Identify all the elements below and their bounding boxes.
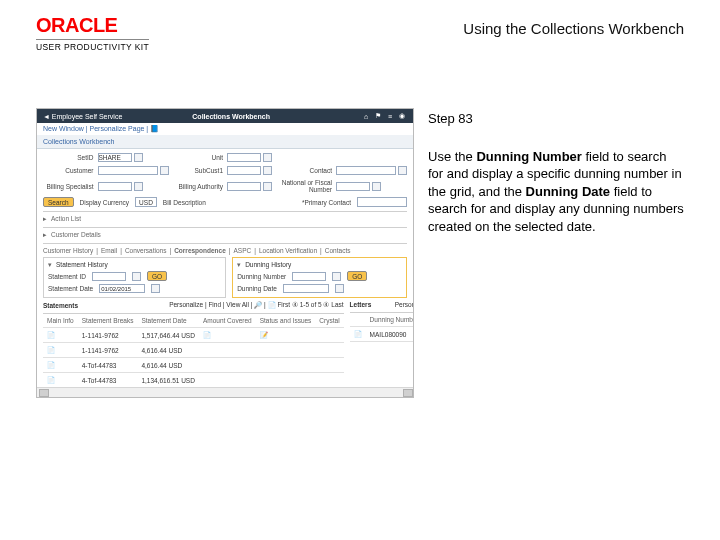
tab-customer-history[interactable]: Customer History bbox=[43, 247, 93, 254]
statements-table: Main Info Statement Breaks Statement Dat… bbox=[43, 313, 344, 398]
home-icon[interactable]: ⌂ bbox=[361, 113, 371, 120]
tab-row: Customer History| Email| Conversations| … bbox=[43, 243, 407, 254]
primary-contact-select[interactable] bbox=[357, 197, 407, 207]
table-row[interactable]: 📄1-1141-97624,616.44 USD bbox=[43, 343, 344, 358]
national-input[interactable] bbox=[336, 182, 370, 191]
lookup-icon[interactable] bbox=[134, 182, 143, 191]
filter-grid: SetID SHARE Unit Customer SubCust1 Conta… bbox=[43, 153, 407, 193]
section-customer-details[interactable]: ▸Customer Details bbox=[43, 227, 407, 239]
lbl-billingspec: Billing Specialist bbox=[43, 183, 94, 190]
nav-back[interactable]: ◄ Employee Self Service bbox=[43, 113, 122, 120]
billingauth-input[interactable] bbox=[227, 182, 261, 191]
scroll-right-icon[interactable] bbox=[403, 389, 413, 397]
table-header: Main Info Statement Breaks Statement Dat… bbox=[43, 314, 344, 328]
tab-correspondence[interactable]: Correspondence bbox=[174, 247, 226, 254]
lbl-dunning-date: Dunning Date bbox=[237, 285, 277, 292]
table-row[interactable]: 📄 MAIL080090 11 bbox=[350, 327, 414, 342]
statements-pager[interactable]: Personalize | Find | View All | 🔎 | 📄 Fi… bbox=[169, 301, 343, 309]
table-row[interactable]: 📄4-Tof-447834,616.44 USD bbox=[43, 358, 344, 373]
menu-icon[interactable]: ≡ bbox=[385, 113, 395, 120]
app-title: Collections Workbench bbox=[192, 113, 270, 120]
lbl-customer: Customer bbox=[43, 167, 94, 174]
lbl-contact: Contact bbox=[282, 167, 333, 174]
table-row[interactable]: 📄1-1141-97621,517,646.44 USD📄📝 bbox=[43, 328, 344, 343]
search-button[interactable]: Search bbox=[43, 197, 74, 207]
billingspec-input[interactable] bbox=[98, 182, 132, 191]
doc-icon[interactable]: 📄 bbox=[350, 327, 366, 342]
go-button[interactable]: GO bbox=[147, 271, 167, 281]
lookup-icon[interactable] bbox=[372, 182, 381, 191]
tab-location-verification[interactable]: Location Verification bbox=[259, 247, 317, 254]
expand-icon[interactable]: ▸ bbox=[43, 215, 47, 222]
brand-block: ORACLE USER PRODUCTIVITY KIT bbox=[36, 14, 149, 52]
letters-table: Dunning Number 📄 MAIL080090 11 bbox=[350, 312, 414, 342]
lbl-billingauth: Billing Authority bbox=[173, 183, 224, 190]
scroll-left-icon[interactable] bbox=[39, 389, 49, 397]
statement-history-box: ▾Statement History Statement ID GO State… bbox=[43, 257, 226, 298]
scrollbar-horizontal[interactable] bbox=[37, 387, 413, 397]
brand-title: ORACLE bbox=[36, 14, 149, 37]
letters-pager[interactable]: Personalize | F bbox=[395, 301, 414, 308]
lbl-setid: SetID bbox=[43, 154, 94, 161]
lookup-icon[interactable] bbox=[398, 166, 407, 175]
lookup-icon[interactable] bbox=[160, 166, 169, 175]
calendar-icon[interactable] bbox=[151, 284, 160, 293]
lookup-icon[interactable] bbox=[132, 272, 141, 281]
nav-icon[interactable]: ◉ bbox=[397, 112, 407, 120]
statement-date-input[interactable]: 01/02/2015 bbox=[99, 284, 145, 293]
table-row[interactable]: 📄4-Tof-447831,134,616.51 USD bbox=[43, 373, 344, 388]
lbl-bill-desc: Bill Description bbox=[163, 199, 206, 206]
lbl-statement-date: Statement Date bbox=[48, 285, 93, 292]
breadcrumb: Collections Workbench bbox=[37, 135, 413, 149]
lbl-national: National or Fiscal Number bbox=[282, 179, 333, 193]
step-label: Step 83 bbox=[428, 110, 684, 128]
dunning-history-box: ▾Dunning History Dunning Number GO Dunni… bbox=[232, 257, 407, 298]
section-action-list[interactable]: ▸Action List bbox=[43, 211, 407, 223]
lbl-display-currency: Display Currency bbox=[80, 199, 130, 206]
currency-select[interactable]: USD bbox=[135, 197, 157, 207]
flag-icon[interactable]: ⚑ bbox=[373, 112, 383, 120]
expand-icon[interactable]: ▸ bbox=[43, 231, 47, 238]
tab-conversations[interactable]: Conversations bbox=[125, 247, 167, 254]
instruction-text: Use the Dunning Number field to search f… bbox=[428, 148, 684, 236]
dunning-number-input[interactable] bbox=[292, 272, 326, 281]
new-window-bar[interactable]: New Window | Personalize Page | 📘 bbox=[37, 123, 413, 135]
go-button[interactable]: GO bbox=[347, 271, 367, 281]
app-top-bar: ◄ Employee Self Service Collections Work… bbox=[37, 109, 413, 123]
lookup-icon[interactable] bbox=[332, 272, 341, 281]
lbl-unit: Unit bbox=[173, 154, 224, 161]
collapse-icon[interactable]: ▾ bbox=[237, 261, 241, 268]
statements-title: Statements bbox=[43, 302, 78, 309]
doc-title: Using the Collections Workbench bbox=[463, 14, 684, 37]
lookup-icon[interactable] bbox=[263, 182, 272, 191]
lbl-statement-id: Statement ID bbox=[48, 273, 86, 280]
tab-aspc[interactable]: ASPC bbox=[234, 247, 252, 254]
lbl-subcust: SubCust1 bbox=[173, 167, 224, 174]
dunning-date-input[interactable] bbox=[283, 284, 329, 293]
lbl-primary-contact: *Primary Contact bbox=[302, 199, 351, 206]
unit-input[interactable] bbox=[227, 153, 261, 162]
tab-contacts[interactable]: Contacts bbox=[325, 247, 351, 254]
tab-email[interactable]: Email bbox=[101, 247, 117, 254]
customer-input[interactable] bbox=[98, 166, 158, 175]
setid-input[interactable]: SHARE bbox=[98, 153, 132, 162]
screenshot-frame: ◄ Employee Self Service Collections Work… bbox=[36, 108, 414, 398]
statement-id-input[interactable] bbox=[92, 272, 126, 281]
lookup-icon[interactable] bbox=[263, 153, 272, 162]
calendar-icon[interactable] bbox=[335, 284, 344, 293]
letters-title: Letters bbox=[350, 301, 372, 308]
subcust-input[interactable] bbox=[227, 166, 261, 175]
lookup-icon[interactable] bbox=[263, 166, 272, 175]
lookup-icon[interactable] bbox=[134, 153, 143, 162]
lbl-dunning-number: Dunning Number bbox=[237, 273, 286, 280]
contact-input[interactable] bbox=[336, 166, 396, 175]
brand-subtitle: USER PRODUCTIVITY KIT bbox=[36, 39, 149, 52]
collapse-icon[interactable]: ▾ bbox=[48, 261, 52, 268]
